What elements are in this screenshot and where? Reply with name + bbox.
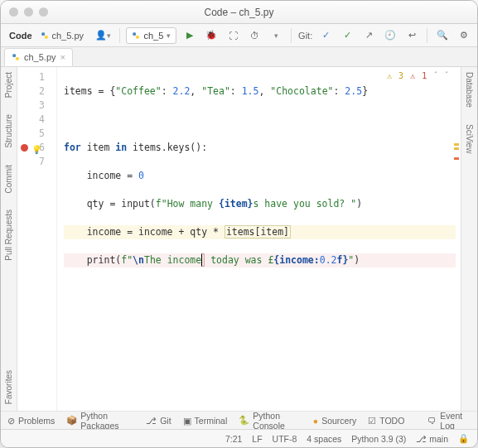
gutter[interactable]: 1 2 3 4 5 💡6 7 — [17, 67, 57, 411]
build-button[interactable]: 👤▾ — [94, 27, 113, 44]
interpreter[interactable]: Python 3.9 (3) — [351, 434, 406, 444]
coverage-button[interactable]: ⛶ — [225, 27, 241, 44]
profile-button[interactable]: ⏱ — [246, 27, 263, 44]
tool-sourcery[interactable]: ●Sourcery — [313, 416, 356, 426]
main-toolbar: Code ch_5.py 👤▾ ch_5 ▾ ▶ 🐞 ⛶ ⏱ ▾ Git: ✓ … — [1, 24, 477, 47]
close-icon[interactable]: × — [60, 52, 65, 62]
tool-terminal[interactable]: ▣Terminal — [183, 416, 228, 426]
status-bar: 7:21 LF UTF-8 4 spaces Python 3.9 (3) ⎇ … — [1, 429, 477, 447]
titlebar: Code – ch_5.py — [1, 1, 477, 24]
tab-ch5[interactable]: ch_5.py × — [4, 48, 73, 66]
tool-packages[interactable]: 📦Python Packages — [66, 411, 134, 431]
git-label: Git: — [298, 31, 312, 41]
warning-icon: ⊘ — [7, 416, 15, 426]
git-update-button[interactable]: ✓ — [317, 27, 334, 44]
window-title: Code – ch_5.py — [204, 7, 273, 18]
tool-problems[interactable]: ⊘Problems — [7, 416, 55, 426]
line-number: 5 — [17, 127, 45, 141]
stripe-error[interactable] — [454, 157, 459, 160]
caret-position[interactable]: 7:21 — [225, 434, 242, 444]
main-area: Project Structure Commit Pull Requests F… — [1, 67, 477, 411]
python-icon — [41, 31, 49, 40]
branch-icon: ⎇ — [146, 416, 157, 426]
sidebar-item-sciview[interactable]: SciView — [465, 124, 474, 153]
tool-event-log[interactable]: 🗨Event Log — [427, 411, 471, 431]
svg-rect-4 — [12, 54, 16, 57]
breakpoint-icon[interactable] — [21, 144, 28, 152]
git-push-button[interactable]: ↗ — [360, 27, 377, 44]
terminal-icon: ▣ — [183, 416, 191, 426]
sidebar-item-favorites[interactable]: Favorites — [4, 370, 13, 404]
traffic-lights[interactable] — [9, 7, 48, 17]
line-number: 1 — [17, 70, 45, 84]
run-config-label: ch_5 — [143, 31, 163, 41]
line-number: 7 — [17, 155, 45, 169]
todo-icon: ☑ — [368, 416, 376, 426]
tab-label: ch_5.py — [24, 52, 56, 62]
code-area[interactable]: items = {"Coffee": 2.2, "Tea": 1.5, "Cho… — [57, 67, 461, 411]
tool-git[interactable]: ⎇Git — [146, 416, 171, 426]
warning-highlight: items[item] — [225, 225, 291, 238]
sidebar-item-project[interactable]: Project — [4, 72, 13, 98]
tool-todo[interactable]: ☑TODO — [368, 416, 404, 426]
lock-icon[interactable]: 🔒 — [458, 433, 469, 444]
line-number: 3 — [17, 99, 45, 113]
editor-tabs: ch_5.py × — [1, 47, 477, 67]
line-number: 💡6 — [17, 141, 45, 155]
rollback-button[interactable]: ↩ — [403, 27, 420, 44]
svg-rect-3 — [136, 36, 139, 39]
svg-rect-0 — [41, 32, 45, 36]
python-icon — [12, 53, 20, 61]
tool-window-bar: ⊘Problems 📦Python Packages ⎇Git ▣Termina… — [1, 411, 477, 429]
settings-button[interactable]: ⚙ — [456, 27, 472, 44]
encoding[interactable]: UTF-8 — [273, 434, 297, 444]
breadcrumb[interactable]: ch_5.py — [41, 31, 84, 41]
svg-rect-1 — [45, 36, 48, 39]
warning-icon: ⚠ — [387, 69, 392, 83]
sidebar-item-structure[interactable]: Structure — [4, 114, 13, 148]
run-button[interactable]: ▶ — [181, 27, 198, 44]
git-history-button[interactable]: 🕘 — [382, 27, 398, 44]
sidebar-item-commit[interactable]: Commit — [4, 165, 13, 193]
git-commit-button[interactable]: ✓ — [339, 27, 355, 44]
line-ending[interactable]: LF — [252, 434, 262, 444]
code-editor[interactable]: 1 2 3 4 5 💡6 7 items = {"Coffee": 2.2, "… — [17, 67, 461, 411]
attach-button[interactable]: ▾ — [268, 27, 284, 44]
tool-console[interactable]: 🐍Python Console — [239, 411, 302, 431]
console-icon: 🐍 — [239, 415, 249, 426]
sidebar-item-database[interactable]: Database — [465, 72, 474, 108]
sidebar-item-pull-requests[interactable]: Pull Requests — [4, 210, 13, 261]
package-icon: 📦 — [66, 415, 77, 426]
indent[interactable]: 4 spaces — [307, 434, 341, 444]
svg-rect-5 — [16, 57, 19, 60]
run-config-combo[interactable]: ch_5 ▾ — [126, 27, 176, 44]
inspection-widget[interactable]: ⚠3 ⚠1 ˆˇ — [380, 67, 456, 84]
right-sidebar: Database SciView — [461, 67, 477, 411]
stripe-warning[interactable] — [454, 143, 459, 146]
line-number: 2 — [17, 84, 45, 99]
breadcrumb-file: ch_5.py — [52, 31, 84, 41]
ide-window: Code – ch_5.py Code ch_5.py 👤▾ ch_5 ▾ ▶ … — [0, 0, 478, 448]
search-button[interactable]: 🔍 — [434, 27, 451, 44]
debug-button[interactable]: 🐞 — [203, 27, 220, 44]
svg-rect-2 — [133, 32, 137, 36]
line-number: 4 — [17, 113, 45, 127]
error-icon: ⚠ — [410, 69, 415, 83]
left-sidebar: Project Structure Commit Pull Requests F… — [1, 67, 17, 411]
python-icon — [132, 31, 140, 40]
log-icon: 🗨 — [427, 416, 437, 426]
sourcery-icon: ● — [313, 416, 318, 426]
editor-panel: 1 2 3 4 5 💡6 7 items = {"Coffee": 2.2, "… — [17, 67, 461, 411]
branch-icon: ⎇ — [416, 434, 427, 444]
project-name[interactable]: Code — [6, 31, 36, 41]
git-branch[interactable]: ⎇ main — [416, 434, 448, 444]
stripe-warning[interactable] — [454, 147, 459, 150]
